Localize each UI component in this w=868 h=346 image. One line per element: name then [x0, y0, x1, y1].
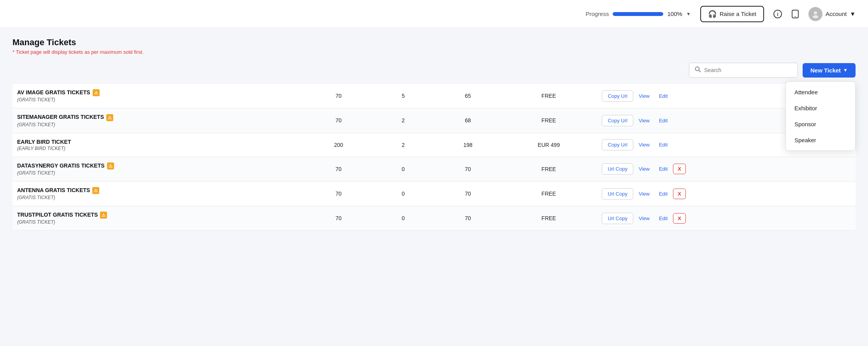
ticket-remaining: 70	[436, 206, 500, 231]
ticket-price: FREE	[500, 84, 597, 108]
table-row: ANTENNA GRATIS TICKETS⚠ (GRATIS TICKET) …	[12, 181, 856, 206]
dropdown-item-speaker[interactable]: Speaker	[786, 132, 855, 148]
delete-button[interactable]: X	[673, 189, 686, 199]
table-row: TRUSTPILOT GRATIS TICKETS⚠ (GRATIS TICKE…	[12, 206, 856, 231]
actions-group: Url Copy View Edit X	[602, 188, 851, 199]
view-button[interactable]: View	[635, 189, 654, 199]
actions-group: Url Copy View Edit X	[602, 163, 851, 175]
ticket-name: EARLY BIRD TICKET	[17, 139, 302, 145]
ticket-price: FREE	[500, 108, 597, 133]
table-row: SITEMANAGER GRATIS TICKETS⚠ (GRATIS TICK…	[12, 108, 856, 133]
progress-chevron-icon[interactable]: ▼	[686, 11, 691, 17]
edit-button[interactable]: Edit	[655, 213, 671, 224]
raise-ticket-button[interactable]: 🎧 Raise a Ticket	[700, 6, 764, 22]
warning-icon: ⚠	[93, 89, 100, 96]
main-content: Manage Tickets * Ticket page will displa…	[0, 28, 868, 240]
account-button[interactable]: Account ▼	[808, 7, 856, 21]
ticket-remaining: 70	[436, 157, 500, 181]
ticket-table: AV IMAGE GRATIS TICKETS⚠ (GRATIS TICKET)…	[12, 84, 856, 231]
info-icon: i	[773, 10, 782, 18]
ticket-subtype: (GRATIS TICKET)	[17, 97, 302, 102]
search-box[interactable]	[689, 63, 798, 78]
ticket-subtype: (GRATIS TICKET)	[17, 219, 302, 225]
table-row: AV IMAGE GRATIS TICKETS⚠ (GRATIS TICKET)…	[12, 84, 856, 108]
ticket-total: 70	[306, 157, 371, 181]
delete-button[interactable]: X	[673, 213, 686, 224]
edit-button[interactable]: Edit	[655, 164, 671, 174]
dropdown-item-exhibitor[interactable]: Exhibitor	[786, 100, 855, 116]
page-title: Manage Tickets	[12, 37, 856, 48]
ticket-subtype: (GRATIS TICKET)	[17, 195, 302, 200]
copy-url-button[interactable]: Url Copy	[602, 213, 633, 224]
info-button[interactable]: i	[773, 10, 782, 18]
ticket-price: FREE	[500, 206, 597, 231]
view-button[interactable]: View	[635, 139, 654, 150]
ticket-remaining: 70	[436, 181, 500, 206]
view-button[interactable]: View	[635, 164, 654, 174]
ticket-actions: Url Copy View Edit X	[597, 206, 856, 231]
copy-url-button[interactable]: Url Copy	[602, 163, 633, 175]
progress-bar	[613, 12, 663, 16]
ticket-sold: 0	[371, 157, 436, 181]
raise-ticket-label: Raise a Ticket	[720, 11, 756, 17]
ticket-name-cell: TRUSTPILOT GRATIS TICKETS⚠ (GRATIS TICKE…	[12, 206, 306, 231]
ticket-total: 200	[306, 133, 371, 157]
svg-line-7	[699, 71, 701, 72]
edit-button[interactable]: Edit	[655, 91, 671, 101]
edit-button[interactable]: Edit	[655, 189, 671, 199]
ticket-total: 70	[306, 84, 371, 108]
ticket-sold: 0	[371, 181, 436, 206]
ticket-price: FREE	[500, 181, 597, 206]
ticket-sold: 2	[371, 108, 436, 133]
ticket-subtype: (GRATIS TICKET)	[17, 170, 302, 176]
warning-icon: ⚠	[92, 187, 99, 194]
svg-point-3	[795, 16, 796, 17]
svg-text:i: i	[777, 11, 778, 17]
ticket-name: SITEMANAGER GRATIS TICKETS⚠	[17, 114, 302, 121]
view-button[interactable]: View	[635, 115, 654, 126]
table-row: DATASYNERGY GRATIS TICKETS⚠ (GRATIS TICK…	[12, 157, 856, 181]
copy-url-button[interactable]: Copy Url	[602, 139, 633, 150]
ticket-remaining: 65	[436, 84, 500, 108]
edit-button[interactable]: Edit	[655, 115, 671, 126]
ticket-name-cell: DATASYNERGY GRATIS TICKETS⚠ (GRATIS TICK…	[12, 157, 306, 181]
delete-button[interactable]: X	[673, 164, 686, 174]
ticket-sold: 5	[371, 84, 436, 108]
copy-url-button[interactable]: Url Copy	[602, 188, 633, 199]
ticket-price: EUR 499	[500, 133, 597, 157]
ticket-name: ANTENNA GRATIS TICKETS⚠	[17, 187, 302, 194]
copy-url-button[interactable]: Copy Url	[602, 115, 633, 126]
table-row: EARLY BIRD TICKET (EARLY BIRD TICKET) 20…	[12, 133, 856, 157]
ticket-name-cell: EARLY BIRD TICKET (EARLY BIRD TICKET)	[12, 133, 306, 157]
ticket-name: AV IMAGE GRATIS TICKETS⚠	[17, 89, 302, 96]
dropdown-item-sponsor[interactable]: Sponsor	[786, 116, 855, 132]
ticket-sold: 0	[371, 206, 436, 231]
new-ticket-dropdown: Attendee Exhibitor Sponsor Speaker	[785, 81, 856, 151]
mobile-icon	[791, 10, 799, 18]
warning-icon: ⚠	[106, 114, 113, 121]
copy-url-button[interactable]: Copy Url	[602, 90, 633, 102]
toolbar: New Ticket ▼ Attendee Exhibitor Sponsor …	[12, 63, 856, 78]
ticket-name-cell: AV IMAGE GRATIS TICKETS⚠ (GRATIS TICKET)	[12, 84, 306, 108]
ticket-name-cell: SITEMANAGER GRATIS TICKETS⚠ (GRATIS TICK…	[12, 108, 306, 133]
edit-button[interactable]: Edit	[655, 139, 671, 150]
account-chevron-icon: ▼	[850, 11, 856, 17]
warning-icon: ⚠	[100, 212, 107, 219]
dropdown-item-attendee[interactable]: Attendee	[786, 84, 855, 100]
ticket-total: 70	[306, 108, 371, 133]
ticket-sold: 2	[371, 133, 436, 157]
view-button[interactable]: View	[635, 213, 654, 224]
top-bar: Progress 100% ▼ 🎧 Raise a Ticket i Accou…	[0, 0, 868, 28]
search-input[interactable]	[704, 67, 792, 73]
ticket-subtype: (GRATIS TICKET)	[17, 122, 302, 127]
ticket-actions: Url Copy View Edit X	[597, 181, 856, 206]
new-ticket-button[interactable]: New Ticket ▼	[803, 63, 856, 78]
account-label: Account	[826, 11, 847, 17]
avatar	[808, 7, 822, 21]
ticket-price: FREE	[500, 157, 597, 181]
view-button[interactable]: View	[635, 91, 654, 101]
mobile-icon-button[interactable]	[791, 10, 799, 18]
ticket-actions: Url Copy View Edit X	[597, 157, 856, 181]
actions-group: Url Copy View Edit X	[602, 213, 851, 224]
ticket-remaining: 68	[436, 108, 500, 133]
